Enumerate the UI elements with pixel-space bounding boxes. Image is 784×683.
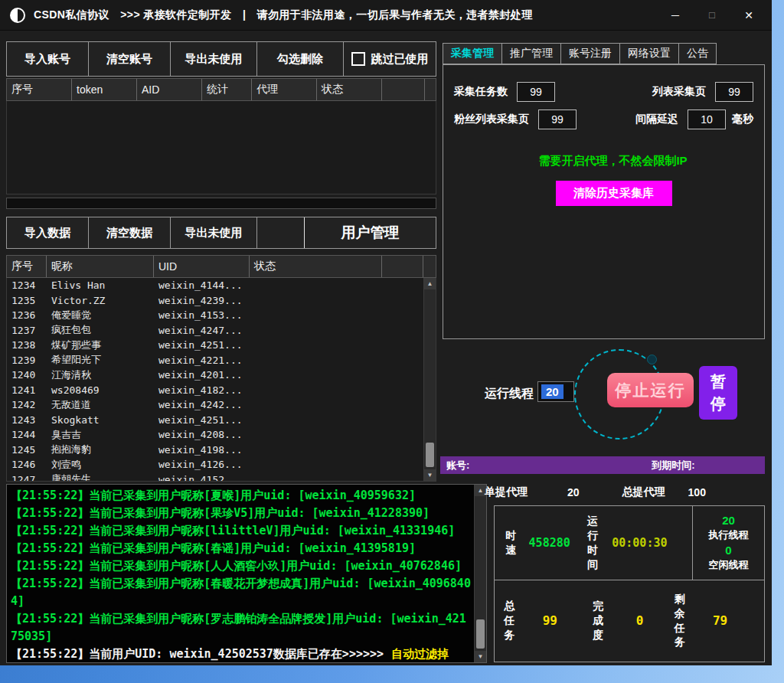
clear-accounts-button[interactable]: 清空账号 (89, 42, 171, 76)
fans-page-input[interactable]: 99 (538, 109, 577, 129)
proxy-warning-text: 需要开启代理，不然会限制IP (463, 154, 763, 168)
scroll-up-icon[interactable]: ▲ (424, 278, 436, 289)
table-row[interactable]: 1239希望阳光下weixin_4221... (7, 353, 436, 368)
user-table-body: 1234Elivs Hanweixin_4144...1235Victor.ZZ… (6, 278, 436, 482)
import-accounts-button[interactable]: 导入账号 (7, 42, 89, 76)
skip-used-checkbox[interactable] (351, 52, 365, 66)
column-header[interactable]: AID (137, 79, 202, 100)
column-header[interactable]: 统计 (202, 79, 252, 100)
cell-nick: Elivs Han (47, 279, 154, 291)
column-header[interactable]: token (72, 79, 137, 100)
log-line: 【21:55:22】当前已采集到用户昵称[人人酒窖小玖]用户uid: [weix… (11, 557, 471, 575)
runtime-label: 运行时间 (587, 514, 599, 572)
thread-count-input[interactable]: 20 (537, 381, 574, 402)
window-controls: ─ □ ✕ (657, 0, 767, 31)
table-row[interactable]: 1241ws208469weixin_4182... (7, 383, 436, 398)
tab-network-settings[interactable]: 网络设置 (620, 43, 679, 64)
table-row[interactable]: 1240江海清秋weixin_4201... (7, 368, 436, 383)
delete-checked-button[interactable]: 勾选删除 (257, 42, 344, 76)
scrollbar-stub (423, 256, 436, 277)
tab-promotion-management[interactable]: 推广管理 (502, 43, 561, 64)
tab-bar: 采集管理 推广管理 账号注册 网络设置 公告 (443, 43, 717, 64)
cell-nick: Victor.ZZ (47, 295, 154, 306)
scrollbar-thumb[interactable] (476, 619, 485, 649)
column-header[interactable]: 状态 (250, 256, 382, 277)
done-value: 0 (636, 613, 644, 628)
list-page-input[interactable]: 99 (715, 82, 753, 102)
list-page-label: 列表采集页 (652, 85, 706, 99)
scrollbar-thumb[interactable] (426, 443, 434, 467)
table-row[interactable]: 1238煤矿那些事weixin_4251... (7, 338, 436, 353)
pause-button[interactable]: 暂停 (699, 366, 737, 420)
collect-panel: 采集任务数 99 列表采集页 99 粉丝列表采集页 99 间隔延迟 10 毫秒 … (443, 64, 765, 339)
cell-uid: weixin_4198... (154, 444, 250, 456)
clear-history-button[interactable]: 清除历史采集库 (556, 181, 672, 206)
pause-button-label: 暂停 (710, 371, 726, 415)
cell-uid: weixin_4242... (154, 399, 250, 410)
thread-count-value: 20 (541, 384, 564, 399)
column-header[interactable]: 代理 (252, 79, 317, 100)
column-header[interactable]: 昵称 (47, 256, 154, 277)
cell-no: 1241 (7, 384, 47, 396)
delay-input[interactable]: 10 (688, 109, 726, 129)
table-row[interactable]: 1236俺爱睡觉weixin_4153... (7, 308, 436, 323)
titlebar[interactable]: CSDN私信协议 >>> 承接软件定制开发 | 请勿用于非法用途，一切后果与作者… (0, 0, 772, 31)
maximize-button[interactable]: □ (694, 0, 730, 31)
cell-no: 1238 (7, 339, 47, 351)
run-stats-box: 时速 458280 运行时间 00:00:30 20 执行线程 0 空闲线程 (494, 505, 765, 580)
toolbar-spacer (257, 217, 305, 248)
column-header[interactable]: 序号 (7, 256, 47, 277)
table-row[interactable]: 1243Skogkattweixin_4251... (7, 413, 436, 428)
clear-data-button[interactable]: 清空数据 (89, 217, 171, 248)
tab-collect-management[interactable]: 采集管理 (443, 43, 502, 64)
log-line: 【21:55:22】当前已采集到用户昵称[罗志鹏铂涛全品牌授发]用户uid: [… (11, 610, 471, 645)
table-row[interactable]: 1237疯狂包包weixin_4247... (7, 323, 436, 338)
total-tasks-label: 总任务 (504, 599, 515, 642)
log-scrollbar[interactable]: ▲ ▼ (474, 485, 486, 662)
exec-threads-label: 执行线程 (709, 528, 749, 542)
cell-uid: weixin_4126... (154, 459, 250, 470)
account-table-body (6, 101, 436, 194)
user-table: 序号 昵称 UID 状态 1234Elivs Hanweixin_4144...… (6, 255, 436, 482)
cell-no: 1245 (7, 444, 47, 456)
table-row[interactable]: 1245抱抱海豹weixin_4198... (7, 443, 436, 458)
stop-run-button[interactable]: 停止运行 (607, 373, 694, 407)
table-row[interactable]: 1247唐朝先生weixin_4152... (7, 472, 436, 482)
column-header[interactable]: 序号 (7, 79, 72, 100)
task-count-label: 采集任务数 (454, 85, 508, 99)
import-data-button[interactable]: 导入数据 (7, 217, 89, 248)
table-row[interactable]: 1235Victor.ZZweixin_4239... (7, 293, 436, 309)
scroll-down-icon[interactable]: ▼ (424, 469, 436, 481)
log-line: 【21:55:22】当前已采集到用户昵称[春谣]用户uid: [weixin_4… (11, 540, 471, 557)
single-proxy-value: 20 (567, 486, 580, 498)
table-row[interactable]: 1244臭吉吉weixin_4208... (7, 427, 436, 443)
log-list: 【21:55:22】当前已采集到用户昵称[夏喉]用户uid: [weixin_4… (11, 487, 471, 661)
total-tasks-value: 99 (543, 613, 557, 628)
column-header[interactable]: 状态 (317, 79, 382, 100)
log-line: 【21:55:22】当前用户UID: weixin_42502537数据库已存在… (11, 645, 471, 661)
cell-no: 1235 (7, 295, 47, 306)
task-count-input[interactable]: 99 (517, 82, 555, 102)
table-row[interactable]: 1246刘壹鸣weixin_4126... (7, 457, 436, 472)
cell-no: 1236 (7, 309, 47, 321)
table-row[interactable]: 1242无敌道道weixin_4242... (7, 397, 436, 413)
table-row[interactable]: 1234Elivs Hanweixin_4144... (7, 278, 436, 293)
export-unused-accounts-button[interactable]: 导出未使用 (171, 42, 257, 76)
cell-nick: ws208469 (47, 384, 154, 396)
tab-announcement[interactable]: 公告 (679, 43, 717, 64)
cell-no: 1244 (7, 429, 47, 440)
cell-uid: weixin_4201... (154, 369, 250, 381)
account-label: 账号: (446, 459, 469, 472)
tab-account-register[interactable]: 账号注册 (561, 43, 620, 64)
minimize-button[interactable]: ─ (657, 0, 694, 31)
user-table-scrollbar[interactable]: ▲ ▼ (423, 278, 436, 481)
speed-value: 458280 (517, 536, 583, 550)
remaining-tasks-label: 剩余任务 (674, 592, 685, 650)
log-line: 【21:55:22】当前已采集到用户昵称[果珍V5]用户uid: [weixin… (11, 505, 471, 522)
export-unused-data-button[interactable]: 导出未使用 (171, 217, 257, 248)
cell-uid: weixin_4208... (154, 429, 250, 440)
column-header[interactable]: UID (154, 256, 250, 277)
close-button[interactable]: ✕ (730, 0, 767, 31)
scroll-down-icon[interactable]: ▼ (475, 651, 486, 662)
user-management-button[interactable]: 用户管理 (305, 217, 436, 248)
